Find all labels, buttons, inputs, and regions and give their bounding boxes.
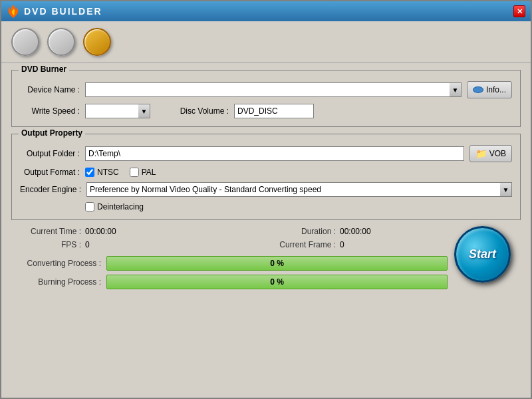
fps-row: FPS : 0 (21, 240, 266, 249)
pal-label: PAL (142, 168, 156, 177)
device-name-field[interactable]: ▼ (85, 82, 462, 97)
write-speed-dropdown[interactable]: ▼ (138, 104, 150, 118)
disc-volume-label: Disc Volume : (169, 106, 229, 116)
ntsc-item: NTSC (85, 168, 119, 177)
deinterlacing-label: Deinterlacing (97, 202, 144, 211)
burning-process-row: Burning Process : 0 % (21, 275, 448, 289)
encoder-engine-dropdown[interactable]: ▼ (500, 182, 512, 197)
converting-process-label: Converting Process : (21, 259, 101, 268)
title-bar: DVD BUILDER ✕ (1, 1, 531, 21)
info-btn-label: Info... (486, 85, 506, 94)
disc-volume-input[interactable] (234, 104, 314, 118)
deinterlacing-checkbox[interactable] (85, 202, 94, 211)
close-button[interactable]: ✕ (513, 5, 525, 17)
output-format-label: Output Format : (20, 168, 80, 177)
flame-icon (7, 4, 20, 19)
output-property-label: Output Property (19, 128, 85, 138)
start-button-label: Start (469, 247, 496, 261)
current-time-row: Current Time : 00:00:00 (21, 227, 266, 236)
dvd-burner-group: DVD Burner Device Name : ▼ Info... Write… (11, 70, 521, 127)
pal-checkbox[interactable] (130, 168, 139, 177)
output-folder-input[interactable] (85, 146, 464, 161)
burning-process-label: Burning Process : (21, 277, 101, 287)
output-folder-row: Output Folder : 📁 VOB (20, 145, 512, 162)
toolbar (1, 21, 531, 63)
title-bar-left: DVD BUILDER (7, 4, 102, 19)
duration-value: 00:00:00 (340, 227, 371, 236)
main-window: DVD BUILDER ✕ DVD Burner Device Name : ▼… (0, 0, 532, 399)
fps-label: FPS : (21, 240, 81, 249)
vob-btn-label: VOB (489, 149, 506, 158)
output-format-row: Output Format : NTSC PAL (20, 168, 512, 177)
pal-item: PAL (130, 168, 156, 177)
write-speed-field[interactable]: ▼ (85, 104, 150, 118)
title-bar-text: DVD BUILDER (24, 6, 102, 17)
vob-button[interactable]: 📁 VOB (469, 145, 512, 162)
start-btn-area: Start (454, 226, 511, 283)
deinterlacing-row: Deinterlacing (85, 202, 512, 211)
encoder-engine-row: Encoder Engine : ▼ (20, 182, 512, 197)
device-name-row: Device Name : ▼ Info... (20, 81, 512, 98)
burning-progress-text: 0 % (270, 277, 284, 287)
toolbar-button-1[interactable] (11, 28, 39, 56)
start-button[interactable]: Start (454, 226, 511, 283)
eye-icon (473, 86, 483, 93)
bottom-section: Converting Process : 0 % Burning Process… (11, 256, 521, 296)
fps-value: 0 (85, 240, 90, 249)
write-speed-label: Write Speed : (20, 106, 80, 116)
output-format-checkboxes: NTSC PAL (85, 168, 156, 177)
info-button[interactable]: Info... (467, 81, 512, 98)
stats-section: Current Time : 00:00:00 FPS : 0 Duration… (11, 227, 521, 249)
output-folder-label: Output Folder : (20, 149, 80, 158)
toolbar-button-3[interactable] (83, 28, 111, 56)
encoder-engine-field[interactable]: ▼ (86, 182, 512, 197)
encoder-engine-label: Encoder Engine : (20, 185, 81, 194)
device-name-input[interactable] (85, 82, 450, 97)
write-speed-input[interactable] (85, 104, 138, 118)
current-time-value: 00:00:00 (85, 227, 116, 236)
encoder-engine-input[interactable] (86, 182, 500, 197)
content-area: DVD Burner Device Name : ▼ Info... Write… (1, 63, 531, 398)
deinterlacing-item: Deinterlacing (85, 202, 144, 211)
converting-progress-text: 0 % (270, 259, 284, 268)
write-speed-row: Write Speed : ▼ Disc Volume : (20, 104, 512, 118)
converting-process-row: Converting Process : 0 % (21, 256, 448, 271)
current-frame-label: Current Frame : (276, 240, 336, 249)
toolbar-button-2[interactable] (47, 28, 75, 56)
device-name-dropdown[interactable]: ▼ (450, 82, 462, 97)
burning-progress-bar: 0 % (106, 275, 448, 289)
device-name-label: Device Name : (20, 85, 80, 94)
output-property-group: Output Property Output Folder : 📁 VOB Ou… (11, 134, 521, 220)
ntsc-checkbox[interactable] (85, 168, 94, 177)
duration-label: Duration : (276, 227, 336, 236)
stats-col-left: Current Time : 00:00:00 FPS : 0 (11, 227, 266, 249)
dvd-burner-label: DVD Burner (19, 65, 69, 74)
folder-icon: 📁 (475, 148, 487, 159)
progress-section: Converting Process : 0 % Burning Process… (11, 256, 521, 289)
current-time-label: Current Time : (21, 227, 81, 236)
current-frame-value: 0 (340, 240, 344, 249)
converting-progress-bar: 0 % (106, 256, 448, 271)
ntsc-label: NTSC (97, 168, 119, 177)
